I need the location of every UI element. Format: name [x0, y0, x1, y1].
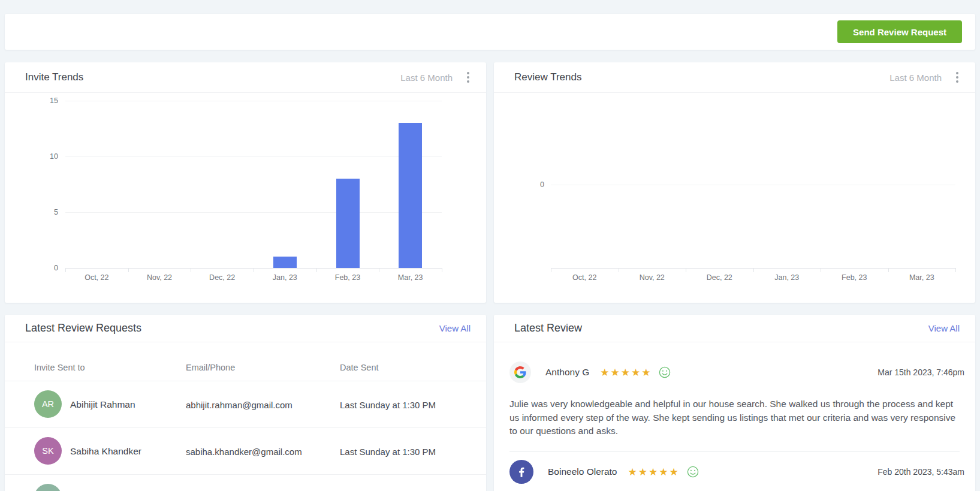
chart-gridline [65, 156, 442, 157]
avatar: SK [34, 437, 62, 465]
more-options-icon[interactable] [465, 70, 472, 85]
latest-review-card: Latest Review View All Anthony G★★★★★Mar… [494, 315, 975, 491]
chart-gridline [65, 101, 442, 101]
x-axis-label: Oct, 22 [65, 273, 128, 282]
review-trends-chart: 0Oct, 22Nov, 22Dec, 22Jan, 23Feb, 23Mar,… [494, 93, 975, 303]
column-header-invite-sent-to: Invite Sent to [34, 363, 85, 372]
facebook-icon [509, 460, 533, 484]
x-axis-tick [442, 268, 442, 272]
latest-review-title: Latest Review [514, 322, 582, 335]
more-options-icon[interactable] [954, 70, 961, 85]
review-requests-table: Invite Sent to Email/Phone Date Sent ARA… [5, 342, 486, 491]
reviewer-name: Anthony G [545, 367, 589, 378]
x-axis-tick [316, 268, 317, 272]
x-axis-label: Jan, 23 [254, 273, 316, 282]
request-date-sent: Last Sunday at 1:30 PM [340, 446, 436, 456]
chart-bar [273, 257, 297, 268]
request-date-sent: Last Sunday at 1:30 PM [340, 399, 436, 409]
x-axis-tick [955, 268, 956, 272]
divider [509, 451, 960, 452]
review-trends-range-label: Last 6 Month [889, 73, 942, 83]
view-all-requests-link[interactable]: View All [439, 323, 471, 333]
invite-trends-header: Invite Trends Last 6 Month [5, 62, 486, 93]
x-axis-tick [191, 268, 191, 272]
google-icon [509, 362, 531, 383]
x-axis-label: Oct, 22 [551, 273, 619, 282]
x-axis-label: Nov, 22 [128, 273, 191, 282]
invite-trends-range-label: Last 6 Month [400, 73, 453, 83]
x-axis-label: Feb, 23 [316, 273, 379, 282]
y-axis-label: 15 [34, 96, 58, 106]
invite-trends-title: Invite Trends [25, 71, 400, 83]
smiley-icon [659, 366, 671, 378]
avatar [34, 484, 62, 491]
x-axis-label: Mar, 23 [379, 273, 442, 282]
latest-review-requests-title: Latest Review Requests [25, 322, 141, 335]
chart-gridline [551, 185, 955, 185]
review-trends-title: Review Trends [514, 71, 889, 83]
x-axis-label: Dec, 22 [191, 273, 254, 282]
x-axis-tick [686, 268, 686, 272]
y-axis-label: 10 [34, 152, 58, 161]
y-axis-label: 0 [520, 180, 544, 189]
topbar: Send Review Request [5, 14, 975, 50]
invite-trends-card: Invite Trends Last 6 Month 151050Oct, 22… [5, 62, 486, 303]
x-axis-tick [254, 268, 254, 272]
x-axis-tick [888, 268, 889, 272]
chart-bar [336, 179, 360, 268]
latest-review-requests-card: Latest Review Requests View All Invite S… [5, 315, 486, 491]
x-axis-tick [821, 268, 821, 272]
x-axis-label: Jan, 23 [753, 273, 821, 282]
x-axis-label: Nov, 22 [619, 273, 686, 282]
request-email: sabiha.khandker@gmail.com [186, 446, 302, 456]
review-trends-card: Review Trends Last 6 Month 0Oct, 22Nov, … [494, 62, 975, 303]
review-timestamp: Mar 15th 2023, 7:46pm [878, 368, 964, 377]
request-name: Sabiha Khandker [70, 446, 141, 457]
review-timestamp: Feb 20th 2023, 5:43am [878, 467, 964, 477]
smiley-icon [687, 466, 699, 478]
review-item: Anthony G★★★★★Mar 15th 2023, 7:46pm [509, 360, 964, 384]
review-item: Boineelo Olerato★★★★★Feb 20th 2023, 5:43… [509, 460, 964, 484]
column-header-date-sent: Date Sent [340, 363, 379, 372]
review-trends-header: Review Trends Last 6 Month [494, 62, 975, 93]
table-row [5, 475, 486, 491]
x-axis-label: Mar, 23 [888, 273, 956, 282]
x-axis-label: Dec, 22 [686, 273, 753, 282]
y-axis-label: 0 [34, 263, 58, 273]
x-axis-tick [753, 268, 754, 272]
send-review-request-button[interactable]: Send Review Request [837, 20, 962, 43]
avatar: AR [34, 390, 62, 418]
star-rating: ★★★★★ [600, 368, 652, 378]
invite-trends-chart: 151050Oct, 22Nov, 22Dec, 22Jan, 23Feb, 2… [5, 93, 486, 303]
table-row: SKSabiha Khandkersabiha.khandker@gmail.c… [5, 428, 486, 475]
latest-review-requests-header: Latest Review Requests View All [5, 315, 486, 342]
x-axis-tick [128, 268, 129, 272]
x-axis-tick [379, 268, 379, 272]
x-axis-tick [619, 268, 619, 272]
reviews-list: Anthony G★★★★★Mar 15th 2023, 7:46pmJulie… [494, 342, 975, 491]
y-axis-label: 5 [34, 207, 58, 217]
x-axis-tick [65, 268, 66, 272]
request-email: abhijit.rahman@gmail.com [186, 399, 293, 409]
table-row: ARAbihijit Rahmanabhijit.rahman@gmail.co… [5, 381, 486, 428]
request-name: Abihijit Rahman [70, 399, 135, 410]
view-all-reviews-link[interactable]: View All [928, 323, 960, 333]
column-header-email-phone: Email/Phone [186, 363, 235, 372]
review-text: Julie was very knowledgeable and helpful… [509, 397, 957, 438]
latest-review-header: Latest Review View All [494, 315, 975, 342]
reviewer-name: Boineelo Olerato [548, 466, 617, 477]
star-rating: ★★★★★ [628, 467, 679, 477]
x-axis-label: Feb, 23 [821, 273, 888, 282]
x-axis-tick [551, 268, 551, 272]
chart-gridline [65, 212, 442, 213]
chart-bar [399, 123, 422, 268]
table-header-row: Invite Sent to Email/Phone Date Sent [5, 342, 486, 381]
